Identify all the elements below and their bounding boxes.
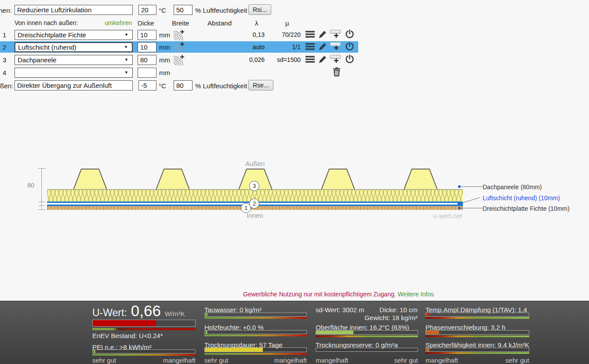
outer-row-label: Außen: <box>0 82 13 90</box>
scale-label-good: sehr gut <box>204 357 228 364</box>
toggle-layer-icon[interactable] <box>345 54 355 65</box>
subdivide-layer-icon[interactable] <box>173 54 183 65</box>
annotation-dachpaneele[interactable]: Dachpaneele (80mm) <box>483 184 542 191</box>
diagram-inside-label: Innen <box>237 212 273 219</box>
layer-row-number: 1 <box>3 31 6 39</box>
insert-layer-icon[interactable] <box>330 41 342 52</box>
outer-temp-input[interactable] <box>138 80 156 90</box>
edit-layer-icon[interactable] <box>318 29 328 40</box>
tav-marker <box>426 313 429 316</box>
chevron-down-icon: ▼ <box>124 58 128 62</box>
chevron-down-icon: ▼ <box>124 70 128 75</box>
material-select-1[interactable]: Dreischichtplatte Fichte ▼ <box>15 30 133 40</box>
trocknungsdauer-bar-fill <box>205 348 263 352</box>
material-select-4[interactable]: ▼ <box>15 68 133 78</box>
pei-marker <box>93 350 95 353</box>
mm-unit: mm <box>159 69 170 76</box>
oberflaeche-scale-gradient <box>316 335 418 337</box>
delete-layer-icon[interactable] <box>332 67 342 77</box>
u-value-scale-gradient <box>92 328 196 330</box>
u-value-bar-track <box>92 320 196 327</box>
toggle-layer-icon[interactable] <box>345 41 355 52</box>
subdivide-layer-icon[interactable] <box>173 41 183 52</box>
toggle-layer-icon[interactable] <box>345 29 355 40</box>
thickness-input-2[interactable] <box>138 42 156 52</box>
inner-temp-unit: °C <box>159 7 166 14</box>
dimension-tick <box>39 205 45 206</box>
mu-value: sd=1500 <box>273 56 301 63</box>
layer-marker-1[interactable]: 1 <box>241 203 251 213</box>
annotation-dreischichtplatte[interactable]: Dreischichtplatte Fichte (10mm) <box>483 205 570 212</box>
annotation-luftschicht[interactable]: Luftschicht (ruhend) (10mm) <box>483 195 560 202</box>
outer-humidity-unit: % Luftfeuchtigkeit <box>195 82 247 90</box>
edit-layer-icon[interactable] <box>318 54 328 65</box>
speicher-marker <box>426 348 429 351</box>
inner-surface-input[interactable] <box>15 5 133 15</box>
inner-row-label: Innen: <box>0 7 12 14</box>
license-warning-text: Gewerbliche Nutzung nur mit kostenpflich… <box>243 291 396 298</box>
scale-label-good: sehr gut <box>494 357 529 364</box>
oberflaeche-bar-fill <box>316 331 353 334</box>
insert-layer-icon[interactable] <box>330 29 342 40</box>
u-value-bar-fill <box>93 320 156 326</box>
layer-menu-icon[interactable] <box>305 29 316 40</box>
material-select-3[interactable]: Dachpaneele ▼ <box>15 55 133 65</box>
tauwasser-bar-track <box>204 313 307 317</box>
thickness-input-4[interactable] <box>138 68 156 78</box>
thickness-input-1[interactable] <box>138 30 156 40</box>
mm-unit: mm <box>159 31 170 39</box>
chevron-down-icon: ▼ <box>124 32 128 37</box>
scale-label-good: sehr gut <box>92 357 116 364</box>
thickness-input-3[interactable] <box>138 55 156 65</box>
rsi-button[interactable]: Rsi... <box>248 4 271 15</box>
reverse-link[interactable]: umkehren <box>105 19 132 26</box>
layer-menu-icon[interactable] <box>305 41 316 52</box>
annotation-leader-lines <box>456 181 483 211</box>
diagram-outside-label: Außen <box>237 160 273 167</box>
outer-humidity-input[interactable] <box>174 80 193 90</box>
subdivide-layer-icon[interactable] <box>173 29 183 40</box>
column-abstand: Abstand <box>207 19 232 27</box>
u-value-unit: W/m²K <box>165 310 185 317</box>
chevron-down-icon: ▼ <box>124 45 128 49</box>
dimension-line <box>41 168 42 210</box>
inner-temp-input[interactable] <box>138 5 156 15</box>
inner-humidity-input[interactable] <box>174 5 193 15</box>
scale-label-good: sehr gut <box>383 357 418 364</box>
material-select-2[interactable]: Luftschicht (ruhend) ▼ <box>15 42 133 52</box>
scale-label-bad: mangelhaft <box>163 357 196 364</box>
holzfeuchte-marker <box>205 331 207 334</box>
holzfeuchte-scale-gradient <box>204 335 307 336</box>
mu-value: 70/220 <box>273 31 301 38</box>
outer-temp-unit: °C <box>159 82 166 90</box>
tav-bar-track <box>425 313 529 317</box>
dimension-tick <box>38 209 46 210</box>
layer-menu-icon[interactable] <box>305 54 316 65</box>
mm-unit: mm <box>159 43 170 51</box>
speicher-scale-gradient <box>425 352 529 354</box>
phase-bar-track <box>425 330 529 335</box>
edit-layer-icon[interactable] <box>318 41 328 52</box>
tauwasser-scale-gradient <box>204 317 307 319</box>
u-value-label: U-Wert: <box>92 307 127 319</box>
rse-button[interactable]: Rse... <box>248 80 273 90</box>
dimension-tick <box>38 168 46 169</box>
weitere-infos-link[interactable]: Weitere Infos <box>398 291 434 298</box>
insert-layer-icon[interactable] <box>330 54 342 65</box>
layer-marker-3[interactable]: 3 <box>249 181 259 191</box>
u-value-headline: U-Wert: 0,66 W/m²K <box>92 302 185 320</box>
mu-value: 1/1 <box>273 43 301 50</box>
enev-label: EnEV Bestand: U<0.24* <box>92 332 163 339</box>
results-panel: U-Wert: 0,66 W/m²K EnEV Bestand: U<0.24*… <box>0 301 589 364</box>
pei-scale-gradient <box>92 354 196 356</box>
tav-scale-gradient <box>425 317 529 319</box>
layer-row-number: 3 <box>3 56 6 64</box>
dimension-tick <box>39 202 45 202</box>
trocknungsdauer-bar-track <box>204 347 307 352</box>
scale-label-bad: mangelhaft <box>272 357 307 364</box>
oberflaeche-bar-track <box>316 330 418 335</box>
license-notice: Gewerbliche Nutzung nur mit kostenpflich… <box>243 291 434 298</box>
dicke-label: Dicke: 10 cm <box>352 306 418 314</box>
scale-label-bad: mangelhaft <box>316 357 348 364</box>
outer-surface-input[interactable] <box>15 80 133 90</box>
